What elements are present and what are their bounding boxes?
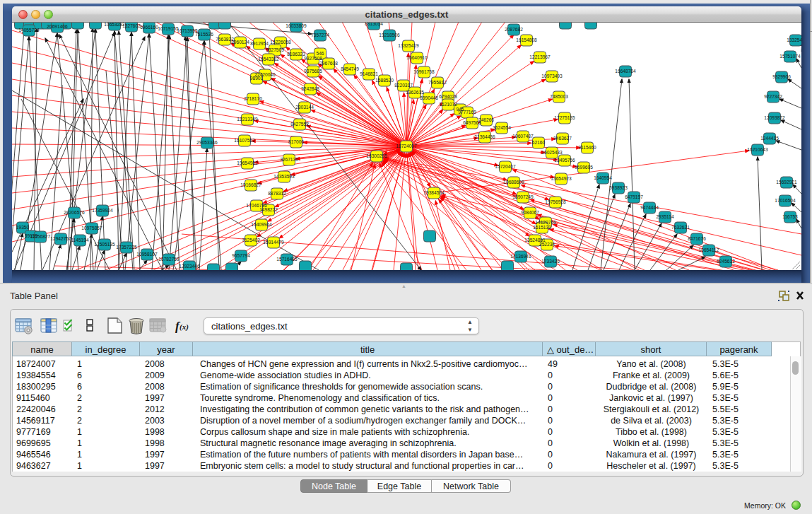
svg-text:1615132: 1615132 (533, 225, 551, 230)
svg-text:98901: 98901 (250, 76, 264, 81)
svg-text:10958107: 10958107 (136, 252, 158, 257)
svg-text:8960124: 8960124 (231, 40, 249, 45)
svg-text:19384554: 19384554 (423, 190, 445, 195)
svg-text:9657794: 9657794 (232, 253, 250, 258)
svg-text:16640910: 16640910 (406, 55, 428, 60)
svg-text:19166827: 19166827 (240, 182, 261, 187)
svg-text:9375685: 9375685 (304, 69, 322, 74)
svg-text:11156827: 11156827 (30, 234, 51, 239)
svg-text:7632621: 7632621 (671, 225, 690, 230)
svg-text:10654112: 10654112 (699, 247, 719, 252)
svg-text:16210643: 16210643 (747, 147, 768, 152)
svg-text:18300295: 18300295 (366, 153, 387, 158)
svg-text:15692921: 15692921 (776, 180, 797, 185)
svg-text:9777169: 9777169 (458, 110, 476, 115)
svg-text:17359924: 17359924 (92, 208, 113, 213)
svg-text:10975857: 10975857 (81, 226, 102, 230)
svg-text:1362615: 1362615 (406, 90, 424, 95)
svg-text:1327602: 1327602 (122, 23, 141, 28)
svg-text:12213967: 12213967 (529, 54, 551, 59)
svg-text:3267130: 3267130 (280, 157, 298, 162)
svg-text:9245612: 9245612 (717, 259, 735, 264)
svg-text:15716485: 15716485 (276, 257, 298, 262)
svg-text:8427552: 8427552 (290, 122, 309, 127)
svg-text:16107552: 16107552 (234, 138, 255, 143)
svg-text:15751074: 15751074 (779, 54, 801, 59)
svg-text:10973493: 10973493 (541, 74, 563, 78)
svg-text:6497568: 6497568 (463, 120, 481, 125)
svg-text:9084067: 9084067 (521, 210, 539, 215)
svg-text:12942757: 12942757 (50, 236, 71, 241)
svg-text:5938923: 5938923 (609, 185, 628, 190)
svg-text:16782759: 16782759 (158, 257, 180, 262)
svg-text:3624554: 3624554 (493, 125, 511, 130)
svg-text:12923446: 12923446 (179, 264, 200, 269)
svg-text:9474444: 9474444 (640, 205, 659, 210)
svg-text:12213349: 12213349 (237, 117, 258, 122)
svg-text:(x): (x) (180, 322, 189, 332)
svg-text:8454749: 8454749 (341, 66, 359, 71)
svg-text:1244415: 1244415 (760, 136, 779, 141)
svg-text:14055724: 14055724 (18, 28, 40, 33)
svg-text:9327508: 9327508 (304, 56, 322, 61)
svg-text:6794028: 6794028 (439, 94, 457, 99)
svg-text:9146821: 9146821 (360, 71, 378, 76)
svg-text:546: 546 (316, 51, 324, 56)
svg-text:1733426: 1733426 (541, 259, 560, 264)
svg-text:19756928: 19756928 (545, 199, 566, 204)
svg-text:8471676: 8471676 (688, 236, 706, 241)
svg-text:19350: 19350 (16, 225, 30, 230)
svg-text:9327509: 9327509 (266, 47, 284, 52)
svg-text:14353593: 14353593 (273, 174, 295, 179)
svg-text:8990448: 8990448 (420, 95, 438, 100)
svg-text:13654923: 13654923 (551, 176, 572, 181)
svg-text:817006: 817006 (288, 139, 304, 144)
svg-text:9463627: 9463627 (553, 136, 572, 141)
svg-text:18907249: 18907249 (512, 194, 534, 199)
svg-text:2967608: 2967608 (319, 61, 338, 66)
svg-text:29053346: 29053346 (196, 140, 218, 145)
svg-text:1145194: 1145194 (71, 238, 89, 243)
svg-text:12093872: 12093872 (764, 115, 785, 120)
svg-text:9699695: 9699695 (575, 165, 593, 170)
svg-text:7357274: 7357274 (311, 33, 329, 37)
svg-text:2935114: 2935114 (656, 214, 674, 219)
svg-text:7485003: 7485003 (550, 94, 568, 99)
svg-text:252234: 252234 (539, 242, 555, 247)
svg-text:18724007: 18724007 (396, 144, 417, 148)
svg-text:15409944: 15409944 (251, 222, 272, 227)
svg-text:9329906: 9329906 (772, 74, 791, 79)
svg-text:6479197: 6479197 (625, 194, 643, 199)
svg-text:1588520: 1588520 (375, 78, 394, 83)
svg-text:1498222: 1498222 (259, 207, 278, 212)
svg-text:10607487: 10607487 (512, 134, 534, 139)
svg-text:13495756: 13495756 (554, 158, 575, 163)
svg-text:1640954: 1640954 (594, 175, 612, 180)
svg-text:16648784: 16648784 (615, 69, 636, 74)
svg-text:16914479: 16914479 (263, 240, 284, 245)
svg-text:15226058: 15226058 (270, 40, 291, 45)
svg-text:19654982: 19654982 (237, 160, 258, 165)
svg-text:10961758: 10961758 (413, 69, 435, 74)
svg-text:2087682: 2087682 (505, 27, 523, 32)
svg-text:17016504: 17016504 (775, 198, 796, 203)
svg-text:15720407: 15720407 (495, 164, 516, 169)
svg-text:1332544: 1332544 (787, 37, 801, 42)
svg-text:2803144: 2803144 (295, 105, 314, 110)
svg-text:10688609: 10688609 (503, 180, 524, 185)
svg-text:14120746: 14120746 (535, 220, 556, 225)
svg-text:7955812: 7955812 (428, 80, 447, 85)
svg-text:62160: 62160 (532, 140, 546, 145)
svg-text:8878312: 8878312 (268, 191, 286, 196)
svg-text:6966160: 6966160 (140, 25, 158, 30)
svg-text:8186323: 8186323 (287, 52, 305, 57)
svg-text:16033809: 16033809 (286, 23, 307, 28)
svg-text:16025433: 16025433 (541, 150, 563, 155)
svg-text:10719155: 10719155 (158, 26, 179, 31)
svg-text:9227342: 9227342 (764, 94, 782, 99)
svg-text:9115460: 9115460 (578, 145, 596, 150)
svg-text:19218506: 19218506 (379, 33, 400, 37)
svg-text:17357225: 17357225 (116, 245, 137, 250)
svg-text:7515536: 7515536 (195, 32, 213, 37)
svg-text:21364436: 21364436 (474, 134, 495, 139)
